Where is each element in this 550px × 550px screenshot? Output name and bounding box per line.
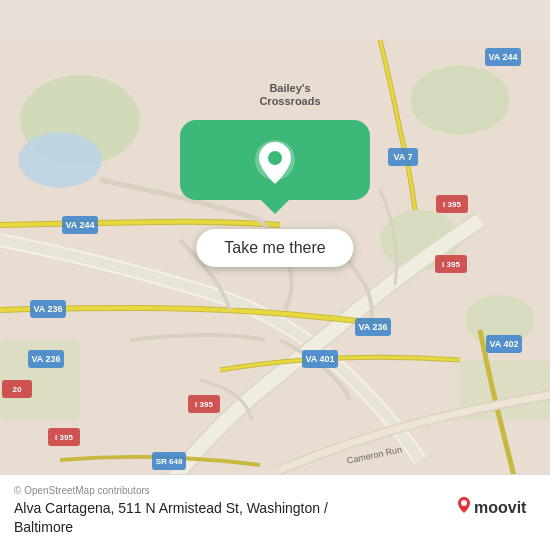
moovit-logo-svg: moovit [456,493,536,529]
moovit-logo: moovit [456,493,536,529]
svg-text:VA 244: VA 244 [488,52,517,62]
copyright-text: © OpenStreetMap contributors [14,485,444,496]
location-pin-icon [253,138,297,190]
svg-text:20: 20 [13,385,22,394]
marker-card [180,120,370,200]
info-bar: © OpenStreetMap contributors Alva Cartag… [0,474,550,550]
take-me-there-button[interactable]: Take me there [196,229,353,267]
svg-point-42 [461,500,467,506]
info-left: © OpenStreetMap contributors Alva Cartag… [14,485,444,538]
map-background: VA 244 VA 236 VA 236 I 395 I 395 I 395 V… [0,0,550,550]
svg-point-2 [410,65,510,135]
svg-point-41 [268,151,282,165]
svg-text:Bailey's: Bailey's [269,82,310,94]
svg-text:moovit: moovit [474,499,527,516]
svg-text:I 395: I 395 [195,400,213,409]
svg-text:VA 401: VA 401 [305,354,334,364]
svg-text:I 395: I 395 [55,433,73,442]
svg-text:Crossroads: Crossroads [259,95,320,107]
map-container: VA 244 VA 236 VA 236 I 395 I 395 I 395 V… [0,0,550,550]
marker-icon-area [253,120,297,200]
svg-text:VA 236: VA 236 [33,304,62,314]
svg-text:VA 236: VA 236 [358,322,387,332]
svg-point-7 [18,132,102,188]
svg-text:I 395: I 395 [443,200,461,209]
svg-text:I 395: I 395 [442,260,460,269]
svg-text:VA 236: VA 236 [31,354,60,364]
svg-text:VA 7: VA 7 [393,152,412,162]
svg-text:SR 648: SR 648 [156,457,183,466]
address-text: Alva Cartagena, 511 N Armistead St, Wash… [14,499,444,538]
svg-text:VA 244: VA 244 [65,220,94,230]
svg-text:VA 402: VA 402 [489,339,518,349]
